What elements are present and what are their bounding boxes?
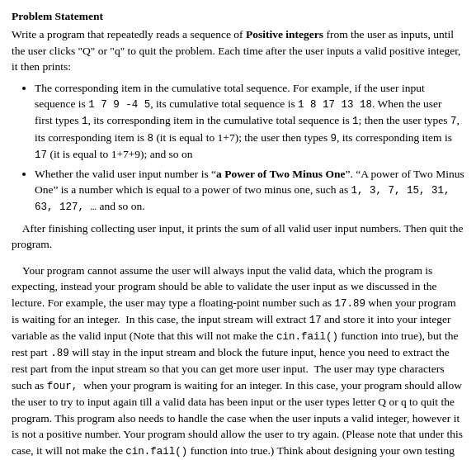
code-dot89: .89: [50, 348, 69, 359]
code-cin-fail-2: cin.fail(): [125, 446, 187, 458]
bullet-item-2: Whether the valid user input number is “…: [35, 166, 464, 216]
second-paragraph: Your program cannot assume the user will…: [12, 263, 464, 460]
code-powers: 1, 3, 7, 15, 31, 63, 127, …: [35, 185, 450, 213]
code-four: four,: [47, 381, 78, 392]
code-val-1: 1: [352, 116, 359, 127]
problem-title: Problem Statement: [12, 10, 464, 23]
code-17: 17: [309, 315, 322, 326]
page-content: Problem Statement Write a program that r…: [12, 10, 464, 460]
bullet-list: The corresponding item in the cumulative…: [35, 80, 464, 216]
code-8: 8: [147, 133, 153, 145]
intro-paragraph: Write a program that repeatedly reads a …: [12, 26, 464, 75]
code-1: 1: [82, 116, 88, 127]
bold-positive: Positive integers: [246, 28, 323, 40]
code-7: 7: [450, 116, 457, 127]
after-bullets: After finishing collecting user input, i…: [12, 221, 464, 253]
bullet-item-1: The corresponding item in the cumulative…: [35, 80, 464, 163]
code-cumulative: 1 8 17 13 18: [298, 99, 372, 111]
bold-power: a Power of Two Minus One: [216, 168, 345, 180]
code-float: 17.89: [334, 298, 365, 310]
code-sequence: 1 7 9 -4 5: [88, 99, 150, 111]
code-17: 17: [35, 149, 47, 161]
code-cin-fail-1: cin.fail(): [276, 331, 338, 343]
code-9: 9: [331, 133, 337, 145]
